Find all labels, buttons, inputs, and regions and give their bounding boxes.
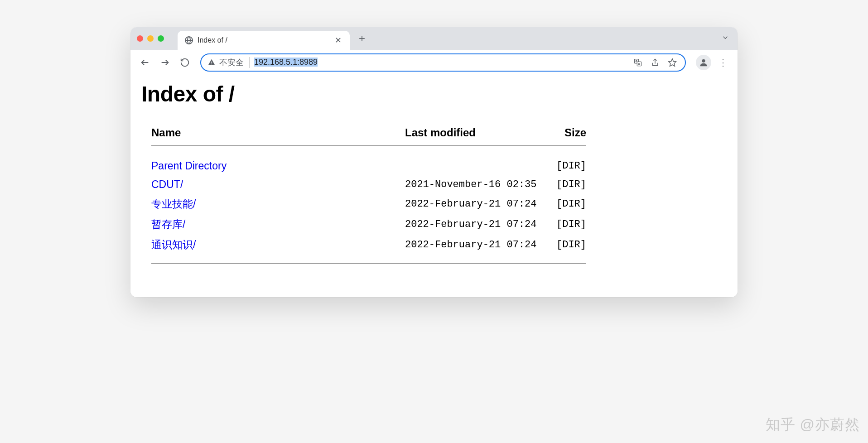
tab-title: Index of / [198, 36, 329, 44]
svg-rect-3 [211, 63, 212, 64]
security-indicator[interactable]: 不安全 [207, 57, 250, 68]
listing-row: 专业技能/ 2022-February-21 07:24 [DIR] [151, 194, 586, 214]
svg-point-7 [702, 59, 705, 62]
translate-icon[interactable] [632, 58, 644, 67]
col-header-name: Name [151, 126, 405, 139]
security-label: 不安全 [219, 57, 244, 68]
directory-listing: Name Last modified Size Parent Directory… [151, 126, 586, 264]
window-minimize-icon[interactable] [147, 35, 154, 42]
modified-cell: 2022-February-21 07:24 [405, 219, 541, 230]
window-close-icon[interactable] [137, 35, 143, 42]
dir-link[interactable]: 专业技能/ [151, 198, 196, 210]
listing-footer [151, 263, 586, 264]
page-content: Index of / Name Last modified Size Paren… [130, 75, 738, 297]
watermark: 知乎 @亦蔚然 [766, 415, 860, 435]
modified-cell: 2022-February-21 07:24 [405, 198, 541, 210]
dir-link[interactable]: 暂存库/ [151, 218, 185, 230]
toolbar: 不安全 192.168.5.1:8989 ⋮ [130, 50, 738, 75]
browser-window: Index of / ✕ + 不安全 192.168.5.1:8989 [130, 27, 738, 297]
tab-strip: Index of / ✕ + [130, 27, 738, 50]
listing-header: Name Last modified Size [151, 126, 586, 146]
svg-rect-2 [211, 61, 212, 63]
back-button[interactable] [137, 54, 153, 71]
dir-link[interactable]: CDUT/ [151, 178, 183, 190]
menu-button[interactable]: ⋮ [715, 57, 731, 68]
page-title: Index of / [141, 82, 727, 106]
size-cell: [DIR] [541, 239, 586, 250]
tab-close-icon[interactable]: ✕ [333, 35, 342, 45]
listing-row: Parent Directory [DIR] [151, 157, 586, 175]
profile-button[interactable] [696, 55, 711, 70]
window-controls [137, 35, 164, 42]
size-cell: [DIR] [541, 219, 586, 230]
listing-row: 通识知识/ 2022-February-21 07:24 [DIR] [151, 235, 586, 255]
col-header-size: Size [541, 126, 586, 139]
reload-button[interactable] [177, 54, 193, 71]
listing-row: CDUT/ 2021-November-16 02:35 [DIR] [151, 175, 586, 194]
tabs-dropdown-button[interactable] [721, 34, 729, 43]
modified-cell: 2021-November-16 02:35 [405, 179, 541, 190]
window-maximize-icon[interactable] [158, 35, 164, 42]
size-cell: [DIR] [541, 160, 586, 172]
svg-marker-6 [669, 58, 676, 66]
warning-icon [207, 58, 216, 67]
size-cell: [DIR] [541, 179, 586, 190]
star-icon[interactable] [666, 58, 679, 67]
browser-tab[interactable]: Index of / ✕ [178, 31, 350, 50]
dir-link[interactable]: Parent Directory [151, 160, 227, 172]
globe-icon [185, 36, 193, 44]
address-bar[interactable]: 不安全 192.168.5.1:8989 [200, 53, 686, 72]
col-header-modified: Last modified [405, 126, 541, 139]
dir-link[interactable]: 通识知识/ [151, 239, 196, 250]
new-tab-button[interactable]: + [359, 32, 365, 45]
url-text: 192.168.5.1:8989 [254, 58, 627, 67]
listing-row: 暂存库/ 2022-February-21 07:24 [DIR] [151, 214, 586, 235]
size-cell: [DIR] [541, 198, 586, 210]
modified-cell: 2022-February-21 07:24 [405, 239, 541, 250]
forward-button[interactable] [157, 54, 173, 71]
share-icon[interactable] [649, 58, 661, 67]
